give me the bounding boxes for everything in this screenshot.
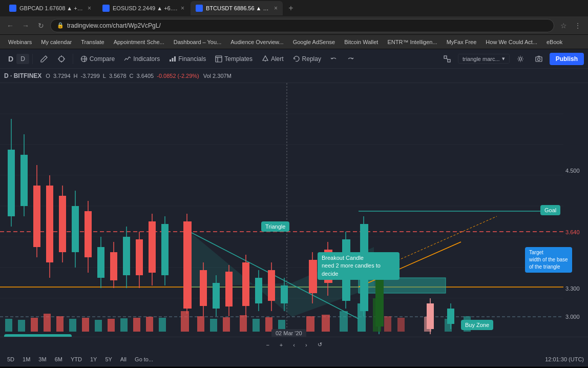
svg-text:4.500: 4.500 [565,168,580,174]
svg-rect-106 [146,317,153,332]
bookmark-translate-label: Translate [81,39,104,45]
svg-point-0 [59,56,64,62]
buyone-label: Buy Zone [461,320,493,330]
period-3m[interactable]: 3M [35,355,49,363]
target-line1: Target [529,249,568,256]
bookmark-calendar[interactable]: My calendar [37,38,76,46]
stock-low-value: 3.5678 [109,73,127,79]
svg-rect-82 [309,260,317,293]
period-ytd[interactable]: YTD [68,355,85,363]
tv-toolbar: D D Compare Indicators Financials Templa… [0,49,588,69]
fullscreen-button[interactable] [439,53,455,65]
zoom-in-button[interactable]: + [277,341,286,349]
redo-button[interactable] [343,53,358,65]
crosshair-svg [57,55,66,63]
period-1y[interactable]: 1Y [87,355,100,363]
period-5d[interactable]: 5D [4,355,17,363]
svg-rect-97 [31,318,38,332]
zoom-out-button[interactable]: − [263,341,272,349]
svg-rect-101 [82,318,89,332]
svg-rect-60 [136,239,143,275]
svg-rect-15 [448,59,450,62]
svg-rect-102 [95,320,102,332]
period-5y[interactable]: 5Y [102,355,115,363]
breakout-line2: need 2 more candles to decide [322,262,395,278]
tab-title-gbpcad: GBPCAD 1.67608 ▲ +0.56%... [19,5,85,11]
triangle-selector[interactable]: triangle marc... ▾ [458,54,510,64]
tab-btcusdt[interactable]: BTCUSDT 6886.56 ▲ +13.43% m... × [191,1,283,15]
compare-button[interactable]: Compare [76,53,119,65]
templates-button[interactable]: Templates [211,53,257,65]
period-6m[interactable]: 6M [52,355,66,363]
scroll-left-button[interactable]: ‹ [290,341,298,349]
svg-rect-76 [255,278,262,303]
svg-rect-66 [183,221,192,309]
tab-gbpcad[interactable]: GBPCAD 1.67608 ▲ +0.56%... × [4,1,96,15]
triangle-label: Triangle [261,221,289,232]
bookmark-appt-label: Appointment Sche... [114,39,164,45]
tab-close-gbpcad[interactable]: × [88,5,91,12]
svg-rect-46 [46,186,53,262]
compare-icon [80,55,88,63]
stock-open-value: 3.7294 [53,73,71,79]
target-line2: width of the base [529,256,568,263]
undo-button[interactable] [326,53,342,65]
svg-rect-42 [20,155,28,206]
svg-rect-113 [253,319,260,332]
refresh-button[interactable]: ↻ [35,19,47,32]
svg-rect-117 [322,315,330,332]
period-1m[interactable]: 1M [19,355,33,363]
snapshot-button[interactable] [531,53,547,65]
bookmark-howwe[interactable]: How We Could Act... [481,38,541,46]
stock-vol: Vol 2.307M [203,73,232,79]
period-all[interactable]: All [117,355,130,363]
period-bar: 5D 1M 3M 6M YTD 1Y 5Y All Go to... 12:01… [0,352,588,366]
bookmark-translate[interactable]: Translate [77,38,108,46]
indicators-button[interactable]: Indicators [120,53,164,65]
toolbar-crosshair-icon[interactable] [53,53,70,65]
tab-favicon-2 [102,5,110,12]
forward-button[interactable]: → [19,19,32,32]
svg-rect-10 [216,56,222,62]
scroll-right-button[interactable]: › [302,341,310,349]
menu-icon[interactable]: ⋮ [572,19,584,32]
svg-rect-100 [69,319,76,332]
settings-button[interactable] [513,53,528,65]
url-box[interactable]: 🔒 tradingview.com/chart/Wp2VcPgL/ [50,19,554,32]
tab-close-btcusdt[interactable]: × [274,5,278,12]
stock-ohlc: O 3.7294 H -3.7299 L 3.5678 C 3.6405 -0.… [46,73,199,79]
tradingview-app: D D Compare Indicators Financials Templa… [0,49,588,368]
financials-button[interactable]: Financials [165,53,210,65]
reset-button[interactable]: ↺ [314,340,325,349]
bookmark-adsense[interactable]: Google AdSense [289,38,340,46]
breakout-label: Breakout Candle need 2 more candles to d… [318,252,400,280]
svg-rect-107 [159,318,166,332]
fullscreen-icon [444,55,451,63]
tab-eosusd[interactable]: EOSUSD 2.2449 ▲ +6.13% trian... × [97,1,190,15]
bookmark-myfax[interactable]: MyFax Free [443,38,481,46]
alert-button[interactable]: Alert [258,53,288,65]
tab-add-button[interactable]: + [284,1,298,15]
templates-icon [215,55,222,63]
bookmark-ebook[interactable]: eBook [542,38,566,46]
publish-button[interactable]: Publish [550,53,584,65]
bookmark-audience[interactable]: Audience Overview... [226,38,287,46]
goal-label: Goal [540,205,560,215]
tab-close-eosusd[interactable]: × [181,5,184,12]
bookmark-entr[interactable]: ENTR™ Intelligen... [383,38,441,46]
bookmark-bitcoin[interactable]: Bitcoin Wallet [340,38,382,46]
star-icon[interactable]: ☆ [557,19,570,32]
indicators-label: Indicators [133,55,160,63]
svg-rect-68 [200,270,207,306]
period-selector[interactable]: D [16,54,29,64]
back-button[interactable]: ← [4,19,16,32]
bookmark-appt[interactable]: Appointment Sche... [110,38,169,46]
templates-label: Templates [224,55,253,63]
bookmark-dashboard[interactable]: Dashboard – You... [170,38,226,46]
replay-label: Replay [302,55,321,63]
goto-button[interactable]: Go to... [132,355,156,363]
replay-button[interactable]: Replay [289,53,325,65]
toolbar-sep-2 [73,54,73,64]
toolbar-pen-icon[interactable] [36,53,52,65]
bookmark-webinars[interactable]: Webinars [4,38,36,46]
